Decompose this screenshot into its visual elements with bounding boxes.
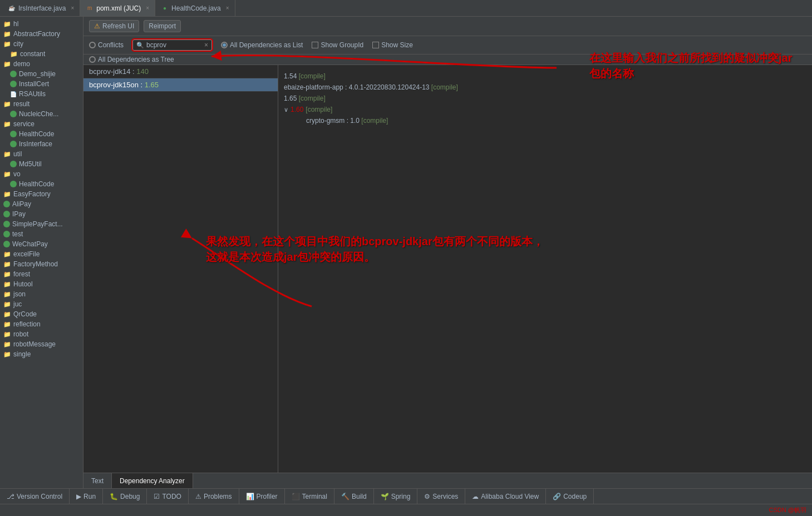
sidebar-item-healthcode[interactable]: HealthCode <box>0 129 83 139</box>
main-tabs: Text Dependency Analyzer <box>83 473 812 488</box>
sidebar-item-ipay[interactable]: IPay <box>0 209 83 219</box>
folder-icon: 📁 <box>3 121 11 128</box>
sidebar-item-result[interactable]: 📁 result <box>0 99 83 109</box>
show-size-label: Show Size <box>381 41 413 49</box>
bottom-tab-label: Debug <box>120 493 140 500</box>
sidebar-item-hl[interactable]: 📁 hl <box>0 19 83 29</box>
sidebar-item-forest[interactable]: 📁 forest <box>0 269 83 279</box>
refresh-ui-button[interactable]: ⚠ Refresh UI <box>89 20 139 32</box>
sidebar: 📁 hl 📁 AbstractFactory 📁 city 📁 constant… <box>0 17 83 488</box>
sidebar-item-easyfactory[interactable]: 📁 EasyFactory <box>0 189 83 199</box>
tab-close[interactable]: × <box>71 5 74 11</box>
sidebar-item-nucleicche[interactable]: NucleicChe... <box>0 109 83 119</box>
tab-text[interactable]: Text <box>83 473 112 488</box>
tab-close[interactable]: × <box>226 5 229 11</box>
green-circle-icon <box>10 71 17 77</box>
sidebar-item-wechatpay[interactable]: WeChatPay <box>0 239 83 249</box>
sidebar-item-healthcode2[interactable]: HealthCode <box>0 179 83 189</box>
dep-container: bcprov-jdk14 : 140 bcprov-jdk15on : 1.65… <box>83 65 812 473</box>
sidebar-item-md5util[interactable]: Md5Util <box>0 159 83 169</box>
bottom-tab-version-control[interactable]: ⎇ Version Control <box>0 489 70 504</box>
bottom-tab-build[interactable]: 🔨 Build <box>334 489 374 504</box>
dep-name: bcprov-jdk14 : <box>89 67 136 76</box>
sidebar-item-hutool[interactable]: 📁 Hutool <box>0 279 83 289</box>
green-circle-icon <box>3 221 10 227</box>
folder-icon: 📁 <box>3 281 11 288</box>
folder-icon: 📁 <box>3 271 11 278</box>
file-icon: 📄 <box>10 91 17 97</box>
bottom-tab-profiler[interactable]: 📊 Profiler <box>239 489 285 504</box>
dep-item-jdk14[interactable]: bcprov-jdk14 : 140 <box>83 65 278 78</box>
sidebar-item-irsinterface[interactable]: IrsInterface <box>0 139 83 149</box>
dep-item-jdk15on[interactable]: bcprov-jdk15on : 1.65 <box>83 78 278 92</box>
sidebar-item-util[interactable]: 📁 util <box>0 149 83 159</box>
bottom-tab-terminal[interactable]: ⬛ Terminal <box>285 489 334 504</box>
tab-pomxml[interactable]: m pom.xml (JUC) × <box>80 0 155 16</box>
sidebar-item-service[interactable]: 📁 service <box>0 119 83 129</box>
bottom-tab-run[interactable]: ▶ Run <box>70 489 103 504</box>
sidebar-item-reflection[interactable]: 📁 reflection <box>0 319 83 329</box>
bottom-tab-spring[interactable]: 🌱 Spring <box>374 489 418 504</box>
tab-bar: ☕ IrsInterface.java × m pom.xml (JUC) × … <box>0 0 812 17</box>
folder-icon: 📁 <box>3 351 11 358</box>
green-circle-icon <box>10 81 17 87</box>
folder-icon: 📁 <box>3 321 11 328</box>
sidebar-item-test[interactable]: test <box>0 229 83 239</box>
tab-dependency-label: Dependency Analyzer <box>120 477 185 485</box>
all-deps-tree-option[interactable]: All Dependencies as Tree <box>89 56 174 63</box>
refresh-label: Refresh UI <box>102 22 134 30</box>
sidebar-item-robotmessage[interactable]: 📁 robotMessage <box>0 339 83 349</box>
bottom-tab-problems[interactable]: ⚠ Problems <box>189 489 239 504</box>
sidebar-item-single[interactable]: 📁 single <box>0 349 83 359</box>
bottom-tab-label: Build <box>352 493 367 500</box>
sidebar-item-demo[interactable]: 📁 demo <box>0 59 83 69</box>
spring-icon: 🌱 <box>381 493 389 500</box>
sidebar-item-factorymethod[interactable]: 📁 FactoryMethod <box>0 259 83 269</box>
show-size-option[interactable]: Show Size <box>372 41 413 49</box>
reimport-button[interactable]: Reimport <box>144 20 181 32</box>
sidebar-item-rsautils[interactable]: 📄 RSAUtils <box>0 89 83 99</box>
bottom-tab-label: Services <box>432 493 458 500</box>
debug-icon: 🐛 <box>110 493 118 500</box>
sidebar-item-city[interactable]: 📁 city <box>0 39 83 49</box>
sidebar-item-constant[interactable]: 📁 constant <box>0 49 83 59</box>
tab-close[interactable]: × <box>146 5 149 11</box>
bottom-tab-codeup[interactable]: 🔗 Codeup <box>546 489 594 504</box>
all-deps-list-label: All Dependencies as List <box>230 41 303 49</box>
build-icon: 🔨 <box>341 493 350 500</box>
tab-dependency-analyzer[interactable]: Dependency Analyzer <box>112 473 193 488</box>
tab-healthcode[interactable]: ● HealthCode.java × <box>155 0 235 16</box>
sidebar-item-vo[interactable]: 📁 vo <box>0 169 83 179</box>
sidebar-item-demoshijie[interactable]: Demo_shijie <box>0 69 83 79</box>
java-icon2: ● <box>161 4 169 12</box>
sidebar-item-qrcode[interactable]: 📁 QrCode <box>0 309 83 319</box>
show-groupid-option[interactable]: Show GroupId <box>312 41 363 49</box>
all-deps-list-option[interactable]: All Dependencies as List <box>221 41 303 49</box>
sidebar-item-json[interactable]: 📁 json <box>0 289 83 299</box>
sidebar-item-installcert[interactable]: InstallCert <box>0 79 83 89</box>
radio-dot <box>89 42 96 48</box>
folder-icon: 📁 <box>3 21 11 28</box>
conflicts-radio[interactable]: Conflicts <box>89 41 124 49</box>
search-clear-icon[interactable]: × <box>204 41 208 49</box>
bottom-tab-debug[interactable]: 🐛 Debug <box>103 489 147 504</box>
show-groupid-label: Show GroupId <box>321 41 363 49</box>
green-circle-icon <box>3 231 10 237</box>
bottom-tab-alibaba[interactable]: ☁ Alibaba Cloud View <box>465 489 546 504</box>
sidebar-item-alipay[interactable]: AliPay <box>0 199 83 209</box>
sidebar-item-simplepayfact[interactable]: SimplePayFact... <box>0 219 83 229</box>
sidebar-item-abstractfactory[interactable]: 📁 AbstractFactory <box>0 29 83 39</box>
green-circle-icon <box>10 161 17 167</box>
sidebar-item-juc[interactable]: 📁 juc <box>0 299 83 309</box>
bottom-tab-label: TODO <box>162 493 181 500</box>
bottom-tab-todo[interactable]: ☑ TODO <box>147 489 188 504</box>
folder-icon: 📁 <box>10 51 18 58</box>
sidebar-item-robot[interactable]: 📁 robot <box>0 329 83 339</box>
options-row: Conflicts 🔍 × All Dependencies as List S… <box>83 36 812 54</box>
tab-irsinterface[interactable]: ☕ IrsInterface.java × <box>2 0 80 16</box>
search-input[interactable] <box>146 41 202 49</box>
options-row-tree: All Dependencies as Tree <box>83 54 812 65</box>
sidebar-item-excelfile[interactable]: 📁 excelFile <box>0 249 83 259</box>
tab-label: HealthCode.java <box>171 4 221 12</box>
bottom-tab-services[interactable]: ⚙ Services <box>417 489 465 504</box>
